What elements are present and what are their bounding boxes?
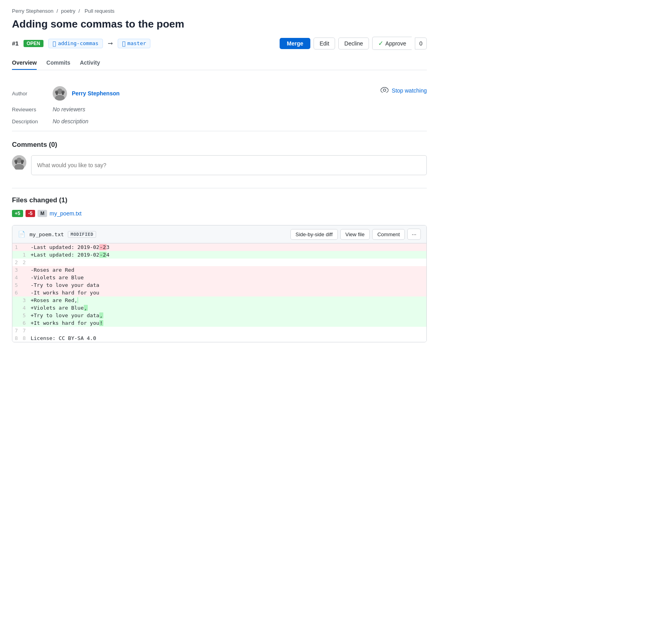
- author-avatar: [53, 86, 67, 101]
- svg-rect-5: [56, 92, 58, 95]
- file-link[interactable]: my_poem.txt: [49, 210, 81, 217]
- branch-to-label: master: [127, 40, 146, 46]
- deletions-badge: -5: [26, 210, 36, 217]
- meta-section: Author Perry Stephenson Reviewers No rev…: [12, 80, 427, 131]
- line-number-old: 3: [12, 266, 20, 274]
- tab-activity[interactable]: Activity: [80, 56, 100, 70]
- tab-commits[interactable]: Commits: [46, 56, 70, 70]
- description-label: Description: [12, 119, 48, 124]
- diff-code-cell: +Roses are Red,: [28, 296, 426, 304]
- pr-number: #1: [12, 40, 19, 47]
- meta-left: Author Perry Stephenson Reviewers No rev…: [12, 86, 120, 124]
- diff-panel: 📄 my_poem.txt MODIFIED Side-by-side diff…: [12, 225, 427, 342]
- diff-code-cell: -It works hard for you: [28, 289, 426, 296]
- svg-rect-6: [62, 92, 64, 95]
- side-by-side-diff-button[interactable]: Side-by-side diff: [290, 229, 338, 240]
- section-divider: [12, 188, 427, 188]
- merge-button[interactable]: Merge: [280, 38, 310, 49]
- approve-check-icon: ✓: [378, 40, 383, 47]
- diff-table: 1-Last updated: 2019-02-231+Last updated…: [12, 243, 426, 342]
- eye-icon: [381, 86, 389, 95]
- line-number-new: 4: [20, 304, 28, 312]
- line-number-old: 2: [12, 259, 20, 266]
- diff-code-cell: License: CC BY-SA 4.0: [28, 334, 426, 342]
- files-changed-title: Files changed (1): [12, 196, 427, 204]
- line-number-old: [12, 251, 20, 259]
- line-number-new: 5: [20, 312, 28, 319]
- pr-status-badge: OPEN: [24, 40, 43, 47]
- comments-title: Comments (0): [12, 141, 427, 149]
- description-value: No description: [53, 118, 89, 124]
- breadcrumb-repo[interactable]: poetry: [61, 8, 75, 14]
- branch-from-pill:  adding-commas: [48, 39, 103, 48]
- pr-actions: Merge Edit Decline ✓ Approve 0: [280, 37, 427, 50]
- stop-watching-label: Stop watching: [392, 87, 427, 94]
- table-row: 6+It works hard for you!: [12, 319, 426, 327]
- table-row: 4+Violets are Blue,: [12, 304, 426, 312]
- diff-code-cell: +Violets are Blue,: [28, 304, 426, 312]
- line-number-old: [12, 312, 20, 319]
- pr-tabs: Overview Commits Activity: [12, 56, 427, 70]
- approve-button[interactable]: ✓ Approve: [372, 37, 412, 50]
- comment-button[interactable]: Comment: [372, 229, 405, 240]
- files-changed-section: Files changed (1) +5 -5 M my_poem.txt 📄 …: [12, 196, 427, 342]
- line-number-old: [12, 304, 20, 312]
- line-number-new: 2: [20, 259, 28, 266]
- diff-code-cell: -Try to love your data: [28, 281, 426, 289]
- file-doc-icon: 📄: [18, 231, 26, 238]
- branch-arrow-icon: ➞: [108, 40, 113, 47]
- breadcrumb-section: Pull requests: [85, 8, 114, 14]
- branch-to-pill:  master: [118, 39, 150, 48]
- diff-filename: my_poem.txt: [30, 231, 64, 237]
- table-row: 4-Violets are Blue: [12, 274, 426, 281]
- decline-button[interactable]: Decline: [338, 38, 369, 49]
- comment-input-row: [12, 155, 427, 175]
- line-number-old: [12, 319, 20, 327]
- more-options-button[interactable]: ···: [407, 229, 421, 240]
- approve-count-button[interactable]: 0: [415, 38, 427, 49]
- author-row: Author Perry Stephenson: [12, 86, 120, 101]
- branch-from-icon: : [53, 40, 56, 47]
- comments-section: Comments (0): [12, 141, 427, 175]
- diff-code-cell: [28, 259, 426, 266]
- table-row: 1-Last updated: 2019-02-23: [12, 243, 426, 251]
- branch-from-label: adding-commas: [58, 40, 99, 46]
- author-name-link[interactable]: Perry Stephenson: [72, 90, 120, 97]
- line-number-new: [20, 243, 28, 251]
- diff-code-cell: -Roses are Red: [28, 266, 426, 274]
- author-label: Author: [12, 91, 48, 97]
- edit-button[interactable]: Edit: [314, 38, 335, 49]
- reviewers-label: Reviewers: [12, 107, 48, 113]
- svg-rect-14: [21, 161, 23, 164]
- table-row: 6-It works hard for you: [12, 289, 426, 296]
- table-row: 3+Roses are Red,: [12, 296, 426, 304]
- stop-watching-button[interactable]: Stop watching: [381, 86, 427, 95]
- line-number-new: [20, 266, 28, 274]
- line-number-new: 1: [20, 251, 28, 259]
- line-number-old: 5: [12, 281, 20, 289]
- line-number-old: 6: [12, 289, 20, 296]
- table-row: 3-Roses are Red: [12, 266, 426, 274]
- commenter-avatar: [12, 155, 26, 170]
- diff-code-cell: +Try to love your data,: [28, 312, 426, 319]
- diff-code-cell: [28, 327, 426, 334]
- diff-file-info: 📄 my_poem.txt MODIFIED: [18, 231, 96, 238]
- view-file-button[interactable]: View file: [340, 229, 370, 240]
- tab-overview[interactable]: Overview: [12, 56, 37, 70]
- line-number-old: 7: [12, 327, 20, 334]
- table-row: 22: [12, 259, 426, 266]
- line-number-new: [20, 281, 28, 289]
- breadcrumb-user[interactable]: Perry Stephenson: [12, 8, 53, 14]
- table-row: 1+Last updated: 2019-02-24: [12, 251, 426, 259]
- branch-to-icon: : [122, 40, 125, 47]
- diff-code-cell: +It works hard for you!: [28, 319, 426, 327]
- table-row: 5+Try to love your data,: [12, 312, 426, 319]
- table-row: 5-Try to love your data: [12, 281, 426, 289]
- line-number-old: 8: [12, 334, 20, 342]
- comment-input[interactable]: [31, 155, 427, 175]
- table-row: 77: [12, 327, 426, 334]
- pr-header: #1 OPEN  adding-commas ➞  master Merge…: [12, 37, 427, 50]
- line-number-new: 3: [20, 296, 28, 304]
- reviewers-value: No reviewers: [53, 106, 85, 113]
- line-number-old: 4: [12, 274, 20, 281]
